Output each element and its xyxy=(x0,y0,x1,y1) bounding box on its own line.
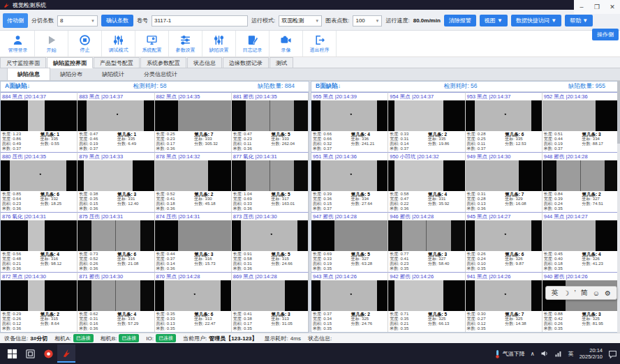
ime-item-3[interactable]: 简 xyxy=(581,288,588,298)
toolbar-button-play[interactable]: 开始 xyxy=(35,31,68,56)
defect-cell[interactable]: 952 黑点 |20:14:36长度: 0.51宽度: 0.44面积: 0.19… xyxy=(542,92,619,152)
volume-icon[interactable] xyxy=(540,349,549,358)
defect-cell[interactable]: 881 擦伤 |20:14:35长度: 0.47宽度: 0.23面积: 0.11… xyxy=(232,92,309,152)
notification-center-icon[interactable] xyxy=(608,349,617,358)
toolbar-button-sliders-h[interactable]: 参数设置 xyxy=(169,31,202,56)
defect-cell[interactable]: 953 黑点 |20:14:37长度: 0.28宽度: 0.25面积: 0.11… xyxy=(466,92,542,152)
roll-number-input[interactable] xyxy=(152,15,248,26)
vertical-scrollbar[interactable] xyxy=(617,81,620,333)
defect-cell[interactable]: 941 黑点 |20:14:26长度: 0.30宽度: 0.27面积: 0.12… xyxy=(466,272,542,332)
defect-cell[interactable]: 880 压伤 |20:14:35长度: 0.85宽度: 0.64面积: 0.23… xyxy=(1,152,78,212)
toolbar-button-monitor[interactable]: 系统配置 xyxy=(135,31,169,56)
tab-1[interactable]: 缺陷监控界面 xyxy=(47,57,93,68)
ime-item-1[interactable]: ☽ xyxy=(563,289,570,297)
statusbar-value: 已连接 xyxy=(156,334,176,342)
tab-2[interactable]: 产品型号配置 xyxy=(94,57,140,68)
defect-cell[interactable]: 875 压伤 |20:14:31长度: 0.73宽度: 0.52面积: 0.26… xyxy=(78,212,154,272)
defect-cell[interactable]: 879 黑点 |20:14:33长度: 0.38宽度: 0.35面积: 0.15… xyxy=(78,152,154,212)
red-app-icon[interactable] xyxy=(39,344,57,363)
ime-language-indicator[interactable]: 英 xyxy=(568,350,574,358)
defect-cell[interactable]: 955 黑点 |20:14:39长度: 0.66宽度: 0.66面积: 0.32… xyxy=(311,92,388,152)
defect-cell[interactable]: 877 氧化 |20:14:31长度: 1.04宽度: 0.69面积: 0.33… xyxy=(232,152,309,212)
defect-cell[interactable]: 878 黑点 |20:14:32长度: 0.52宽度: 0.41面积: 0.18… xyxy=(155,152,232,212)
defect-cell[interactable]: 940 擦伤 |20:14:26长度: 0.88宽度: 0.42面积: 0.26… xyxy=(542,272,619,332)
stat-coord: 坐标: 334 xyxy=(351,197,387,202)
confirm-count-button[interactable]: 确认条数 xyxy=(101,15,133,26)
data-quick-access-button[interactable]: 数据快捷访问 ▼ xyxy=(511,15,561,26)
defect-cell[interactable]: 876 氧化 |20:14:31长度: 0.56宽度: 0.48面积: 0.21… xyxy=(1,212,78,272)
network-icon[interactable] xyxy=(554,349,563,358)
defect-cell-header: 948 擦伤 |20:14:28 xyxy=(542,153,619,160)
weather-widget[interactable]: 气温下降 xyxy=(494,349,525,358)
toolbar-button-user[interactable]: 管理登录 xyxy=(1,31,35,56)
tab-4[interactable]: 状态信息 xyxy=(187,57,222,68)
run-mode-select[interactable]: 双面检测▼ xyxy=(279,15,322,26)
toolbar-button-sliders-v[interactable]: 缺陷设置 xyxy=(202,31,236,56)
ime-item-5[interactable]: ⚙ xyxy=(605,289,611,297)
tab-6[interactable]: 测试 xyxy=(270,57,293,68)
defect-cell-header: 945 黑点 |20:14:27 xyxy=(466,213,542,220)
defect-cell[interactable]: 954 黑点 |20:14:37长度: 0.33宽度: 0.31面积: 0.14… xyxy=(388,92,465,152)
ime-item-4[interactable]: ☺ xyxy=(593,289,600,297)
toolbar-button-stop[interactable]: 停止 xyxy=(68,31,102,56)
defect-cell[interactable]: 870 黑点 |20:14:28长度: 0.35宽度: 0.33面积: 0.13… xyxy=(155,272,232,332)
defect-cell[interactable]: 950 小凹坑 |20:14:32长度: 0.58宽度: 0.47面积: 0.2… xyxy=(388,152,465,212)
defect-cell[interactable]: 872 黑点 |20:14:30长度: 0.29宽度: 0.26面积: 0.12… xyxy=(1,272,78,332)
slit-count-select[interactable]: 8▼ xyxy=(57,15,98,26)
maximize-button[interactable]: ❐ xyxy=(589,3,605,10)
help-menu-button[interactable]: 帮助 ▼ xyxy=(565,15,593,26)
stat-width: 宽度: 0.35 xyxy=(390,317,428,321)
toolbar-button-camera[interactable]: 录像 xyxy=(270,31,303,56)
minimize-button[interactable]: – xyxy=(574,3,589,10)
stat-length: 长度: 0.29 xyxy=(2,312,40,317)
stat-area: 面积: 0.11 xyxy=(233,142,272,146)
subtab-3[interactable]: 分类信息统计 xyxy=(134,68,187,80)
defect-cell[interactable]: 945 黑点 |20:14:27长度: 0.26宽度: 0.24面积: 0.10… xyxy=(466,212,542,272)
log-icon xyxy=(246,34,258,46)
defect-stats-right: 第几条: 6坐标: 313分数: 22.47 xyxy=(194,312,230,331)
defect-cell[interactable]: 943 黑点 |20:14:26长度: 0.37宽度: 0.34面积: 0.15… xyxy=(311,272,388,332)
defect-cell[interactable]: 949 黑点 |20:14:30长度: 0.31宽度: 0.28面积: 0.13… xyxy=(466,152,542,212)
defect-cell[interactable]: 869 黑点 |20:14:28长度: 0.41宽度: 0.38面积: 0.17… xyxy=(232,272,309,332)
toolbar-button-log[interactable]: 日志记录 xyxy=(236,31,270,56)
ime-item-0[interactable]: 英 xyxy=(552,288,559,298)
defect-cell[interactable]: 948 擦伤 |20:14:28长度: 0.84宽度: 0.39面积: 0.24… xyxy=(542,152,619,212)
subtab-0[interactable]: 缺陷信息 xyxy=(7,68,50,80)
defect-cell[interactable]: 871 擦伤 |20:14:30长度: 0.62宽度: 0.31面积: 0.16… xyxy=(78,272,154,332)
stat-strip: 第几条: 2 xyxy=(194,192,230,197)
defect-cell[interactable]: 874 压伤 |20:14:31长度: 0.44宽度: 0.37面积: 0.14… xyxy=(155,212,232,272)
toolbar-button-exit[interactable]: 退出程序 xyxy=(303,31,337,56)
ime-item-2[interactable]: ’ xyxy=(575,289,576,297)
close-button[interactable]: ✕ xyxy=(605,3,620,10)
inspection-app-icon[interactable] xyxy=(57,344,75,363)
toolbar-button-tune[interactable]: 调试模式 xyxy=(102,31,135,56)
statusbar-item: 相机B:已连接 xyxy=(101,334,140,342)
clear-alarm-button[interactable]: 清除报警 xyxy=(444,15,476,26)
chart-points-select[interactable]: 100▼ xyxy=(353,15,382,26)
stat-coord: 坐标: 329 xyxy=(505,197,540,202)
view-menu-button[interactable]: 视图 ▼ xyxy=(480,15,508,26)
subtab-2[interactable]: 缺陷统计 xyxy=(92,68,134,80)
clock-widget[interactable]: 20:14 2025/2/10 xyxy=(580,347,603,360)
panel-header: B面缺陷↓检测耗时: 56缺陷数量: 955 xyxy=(311,82,619,92)
tab-5[interactable]: 边缘数据记录 xyxy=(223,57,269,68)
windows-start-icon[interactable] xyxy=(3,344,21,363)
defect-cell[interactable]: 946 擦伤 |20:14:28长度: 0.77宽度: 0.41面积: 0.23… xyxy=(388,212,465,272)
stat-length: 长度: 0.44 xyxy=(156,252,195,257)
tray-chevron-icon[interactable]: ∧ xyxy=(531,351,535,357)
defect-cell[interactable]: 873 压伤 |20:14:30长度: 0.91宽度: 0.58面积: 0.31… xyxy=(232,212,309,272)
tab-0[interactable]: 尺寸监控界面 xyxy=(0,57,46,68)
subtab-1[interactable]: 缺陷分布 xyxy=(50,68,92,80)
defect-cell[interactable]: 884 黑点 |20:14:37长度: 1.23宽度: 0.86面积: 0.49… xyxy=(1,92,78,152)
tab-3[interactable]: 系统参数配置 xyxy=(140,57,186,68)
drive-side-button[interactable]: 传动侧 xyxy=(3,13,28,28)
defect-cell[interactable]: 883 黑点 |20:14:37长度: 0.47宽度: 0.46面积: 0.19… xyxy=(78,92,154,152)
task-view-icon[interactable] xyxy=(21,344,39,363)
defect-cell[interactable]: 942 擦伤 |20:14:26长度: 0.71宽度: 0.35面积: 0.21… xyxy=(388,272,465,332)
defect-cell[interactable]: 882 黑点 |20:14:35长度: 0.25宽度: 0.23面积: 0.17… xyxy=(155,92,232,152)
window-title: 视觉检测系统 xyxy=(13,1,46,9)
defect-cell[interactable]: 951 黑点 |20:14:36长度: 0.39宽度: 0.36面积: 0.15… xyxy=(311,152,388,212)
defect-cell[interactable]: 944 黑点 |20:14:27长度: 0.45宽度: 0.40面积: 0.18… xyxy=(542,212,619,272)
operation-side-button[interactable]: 操作侧 xyxy=(592,29,619,40)
defect-cell[interactable]: 947 擦伤 |20:14:28长度: 0.69宽度: 0.33面积: 0.19… xyxy=(311,212,388,272)
